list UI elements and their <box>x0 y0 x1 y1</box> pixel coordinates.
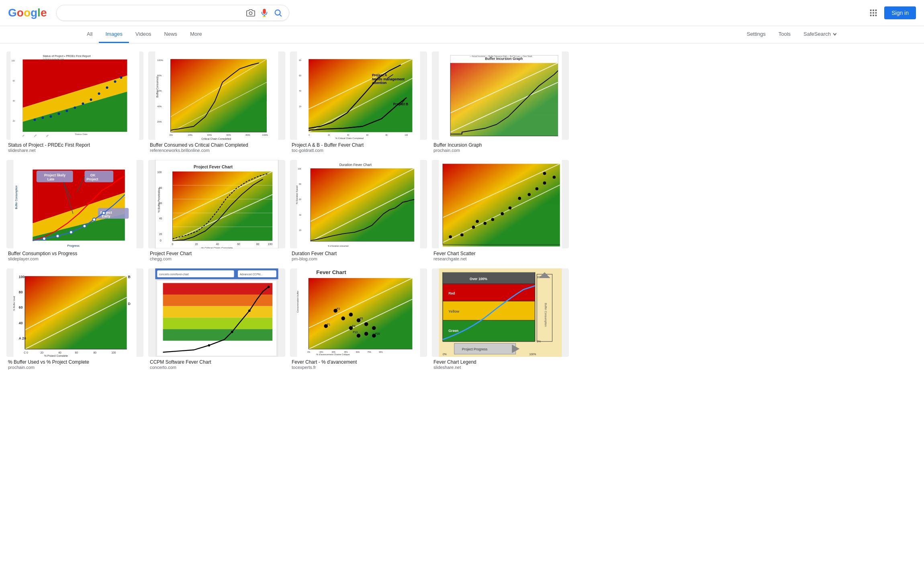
svg-text:100%: 100% <box>262 134 268 136</box>
result-item-3[interactable]: Project A Needs management attention Pro… <box>290 51 427 155</box>
results-container: Status of Project • PRDEc First Report 3… <box>0 43 924 380</box>
search-icon[interactable] <box>274 8 282 17</box>
svg-text:80%: 80% <box>245 134 250 136</box>
google-logo[interactable]: Google <box>8 6 47 19</box>
result-item-7[interactable]: Duration Fever Chart <box>290 160 427 264</box>
result-source-5: slideplayer.com <box>8 256 142 261</box>
result-title-4: Buffer Incursion Graph <box>433 142 567 148</box>
result-item-1[interactable]: Status of Project • PRDEc First Report 3… <box>6 51 143 155</box>
result-image-12: Over 100% Red Yellow Green <box>432 268 569 357</box>
result-item-11[interactable]: Fever Chart P2 P1 <box>290 268 427 372</box>
nav-right: Settings Tools SafeSearch <box>740 26 844 43</box>
svg-point-24 <box>66 110 68 112</box>
result-title-10: CCPM Software Fever Chart <box>150 359 284 365</box>
svg-text:3/30/07 9:00:06 AM: 3/30/07 9:00:06 AM <box>43 58 64 61</box>
svg-point-173 <box>536 187 539 190</box>
result-item-5[interactable]: Project likely Late OK Project Project E… <box>6 160 143 264</box>
svg-text:Buffer Consumed: Buffer Consumed <box>156 77 159 98</box>
nav-videos[interactable]: Videos <box>129 26 158 43</box>
svg-text:OK: OK <box>90 173 96 177</box>
result-source-1: slideshare.net <box>8 148 142 153</box>
svg-text:% Critical Chain Complete: % Critical Chain Complete <box>201 247 233 248</box>
svg-text:Late: Late <box>47 177 55 181</box>
svg-rect-10 <box>875 12 877 14</box>
svg-point-232 <box>372 326 376 330</box>
svg-text:40: 40 <box>58 351 61 354</box>
apps-icon[interactable] <box>869 8 878 17</box>
result-item-6[interactable]: Project Fever Chart <box>148 160 285 264</box>
microphone-icon[interactable] <box>260 8 269 17</box>
svg-point-168 <box>491 218 495 221</box>
nav-more[interactable]: More <box>184 26 209 43</box>
svg-text:% Buffer Penetration: % Buffer Penetration <box>157 188 160 213</box>
result-item-10[interactable]: concerto.com/fever-chart Advanced CCPM..… <box>148 268 285 372</box>
svg-point-166 <box>476 220 479 223</box>
result-title-3: Project A & B - Buffer Fever Chart <box>292 142 425 148</box>
result-item-4[interactable]: Buffer Incursion Graph <box>432 51 569 155</box>
svg-text:60: 60 <box>75 351 78 354</box>
svg-rect-8 <box>870 12 872 14</box>
svg-rect-147 <box>311 168 414 242</box>
nav-images[interactable]: Images <box>99 26 129 43</box>
svg-rect-250 <box>443 272 535 284</box>
svg-text:60%: 60% <box>356 351 360 353</box>
svg-text:— Actual Incursion — Buffer To: — Actual Incursion — Buffer Tolerance Hi… <box>470 55 532 57</box>
svg-text:C 0: C 0 <box>24 351 28 354</box>
result-item-9[interactable]: B D 100 80 60 40 A 20 C 0 20 40 60 80 10… <box>6 268 143 372</box>
svg-text:Status Date: Status Date <box>75 133 88 135</box>
svg-point-31 <box>120 76 123 79</box>
svg-text:Project Fever Chart: Project Fever Chart <box>194 164 233 169</box>
svg-rect-122 <box>173 172 273 241</box>
svg-text:Progress: Progress <box>67 244 80 248</box>
svg-rect-180 <box>25 276 127 349</box>
svg-point-169 <box>501 212 504 215</box>
svg-text:Duration Fever Chart: Duration Fever Chart <box>339 163 372 167</box>
result-info-12: Fever Chart Legend slideshare.net <box>432 357 569 372</box>
nav-tools[interactable]: Tools <box>772 26 797 43</box>
svg-text:40: 40 <box>299 90 301 92</box>
result-item-8[interactable]: Fever Chart Scatter researchgate.net <box>432 160 569 264</box>
search-input[interactable]: critical chain fever chart <box>63 9 243 16</box>
svg-text:20%: 20% <box>188 134 192 136</box>
result-info-7: Duration Fever Chart pm-blog.com <box>290 248 427 264</box>
svg-text:20: 20 <box>13 120 15 122</box>
svg-rect-12 <box>873 15 874 16</box>
nav-news[interactable]: News <box>158 26 184 43</box>
svg-text:60%: 60% <box>226 134 231 136</box>
camera-icon[interactable] <box>246 8 255 17</box>
result-image-4: Buffer Incursion Graph <box>432 51 569 140</box>
nav-settings[interactable]: Settings <box>740 26 772 43</box>
result-title-2: Buffer Consumed vs Critical Chain Comple… <box>150 142 284 148</box>
svg-point-235 <box>364 332 368 336</box>
result-image-11: Fever Chart P2 P1 <box>290 268 427 357</box>
svg-text:80: 80 <box>19 290 23 294</box>
result-image-10: concerto.com/fever-chart Advanced CCPM..… <box>148 268 285 357</box>
result-title-9: % Buffer Used vs % Project Complete <box>8 359 142 365</box>
svg-text:P20: P20 <box>375 332 380 335</box>
sign-in-button[interactable]: Sign in <box>884 6 916 19</box>
svg-text:Project B: Project B <box>393 102 409 106</box>
nav-all[interactable]: All <box>80 26 99 43</box>
result-source-12: slideshare.net <box>433 365 567 370</box>
svg-point-23 <box>58 113 60 115</box>
svg-text:P2: P2 <box>337 307 340 310</box>
result-image-3: Project A Needs management attention Pro… <box>290 51 427 140</box>
svg-point-30 <box>114 80 117 83</box>
safe-search[interactable]: SafeSearch <box>797 26 844 43</box>
svg-rect-5 <box>870 10 872 11</box>
svg-text:Over 100%: Over 100% <box>470 277 487 281</box>
svg-point-112 <box>43 237 46 240</box>
svg-text:40: 40 <box>347 134 350 136</box>
svg-point-225 <box>341 317 345 321</box>
svg-rect-6 <box>873 10 874 11</box>
svg-rect-207 <box>163 283 273 295</box>
svg-rect-218 <box>309 278 412 349</box>
result-item-12[interactable]: Over 100% Red Yellow Green <box>432 268 569 372</box>
svg-text:0%: 0% <box>307 351 311 353</box>
svg-text:40%: 40% <box>157 105 161 108</box>
search-bar: critical chain fever chart <box>56 5 289 21</box>
svg-text:A 20: A 20 <box>19 336 26 340</box>
svg-text:60: 60 <box>237 243 240 246</box>
result-item-2[interactable]: 100% 80% 60% 40% 20% 0% 20% 40% 60% 80% … <box>148 51 285 155</box>
svg-text:20%: 20% <box>157 121 161 123</box>
